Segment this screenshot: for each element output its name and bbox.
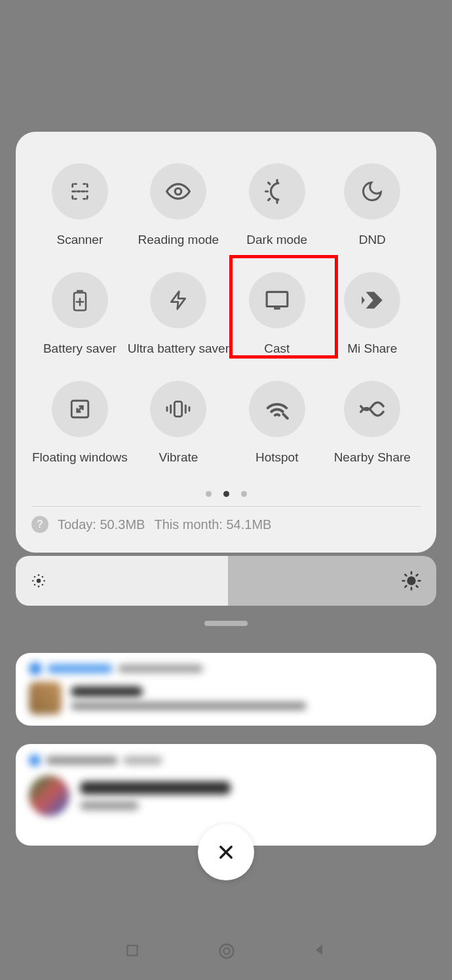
- eye-icon: [150, 163, 206, 220]
- help-icon: ?: [31, 516, 48, 533]
- tile-label: DND: [359, 233, 386, 247]
- tile-dark-mode[interactable]: Dark mode: [229, 158, 325, 267]
- svg-line-5: [268, 199, 269, 200]
- tile-label: Ultra battery saver: [128, 342, 229, 356]
- tile-dnd[interactable]: DND: [324, 158, 420, 267]
- tile-label: Vibrate: [159, 450, 198, 465]
- svg-line-20: [283, 414, 287, 418]
- svg-line-4: [268, 183, 269, 184]
- vibrate-icon: [150, 381, 206, 437]
- data-month: This month: 54.1MB: [154, 517, 271, 532]
- close-icon: [217, 843, 235, 861]
- svg-point-24: [32, 580, 34, 582]
- cast-icon: [249, 272, 305, 328]
- tile-label: Battery saver: [43, 342, 117, 356]
- brightness-fill: [16, 556, 228, 606]
- tile-ultra-battery-saver[interactable]: Ultra battery saver: [128, 267, 229, 376]
- close-button[interactable]: [198, 824, 254, 880]
- svg-rect-15: [175, 402, 182, 417]
- svg-rect-11: [267, 292, 288, 306]
- svg-point-42: [219, 945, 233, 958]
- brightness-high-icon: [401, 570, 422, 591]
- svg-point-28: [34, 584, 36, 586]
- svg-point-23: [38, 585, 40, 587]
- page-dot-active: [223, 491, 229, 497]
- svg-line-35: [405, 575, 407, 576]
- page-dot: [206, 491, 212, 497]
- svg-point-26: [34, 576, 36, 578]
- tile-label: Mi Share: [347, 342, 397, 356]
- svg-line-38: [417, 575, 418, 576]
- svg-point-30: [407, 576, 415, 585]
- drag-handle[interactable]: [204, 621, 248, 626]
- tile-battery-saver[interactable]: Battery saver: [32, 267, 128, 376]
- svg-point-29: [42, 584, 44, 586]
- tile-grid: Scanner Reading mode Dark mode DND Batte: [16, 158, 436, 484]
- svg-point-21: [37, 579, 41, 583]
- quick-settings-panel: Scanner Reading mode Dark mode DND Batte: [16, 132, 436, 553]
- brightness-low-icon: [30, 572, 47, 589]
- tile-label: Cast: [264, 342, 290, 356]
- scanner-icon: [52, 163, 108, 220]
- svg-line-37: [405, 586, 407, 587]
- nav-recents-icon[interactable]: [124, 942, 141, 959]
- svg-line-36: [417, 586, 418, 587]
- brightness-slider[interactable]: [16, 556, 436, 606]
- battery-plus-icon: [52, 272, 108, 328]
- data-usage-row[interactable]: ? Today: 50.3MB This month: 54.1MB: [16, 516, 436, 539]
- tile-label: Hotspot: [255, 450, 298, 465]
- sun-moon-icon: [249, 163, 305, 220]
- nav-home-icon[interactable]: [217, 942, 235, 959]
- svg-marker-10: [172, 292, 185, 309]
- tile-label: Nearby Share: [334, 450, 411, 465]
- notification-card[interactable]: [16, 653, 436, 726]
- tile-nearby-share[interactable]: Nearby Share: [324, 376, 420, 484]
- tile-label: Floating windows: [32, 450, 128, 465]
- tile-floating-windows[interactable]: Floating windows: [32, 376, 128, 484]
- page-dot: [241, 491, 247, 497]
- tile-vibrate[interactable]: Vibrate: [128, 376, 229, 484]
- nearby-share-icon: [344, 381, 400, 437]
- svg-point-22: [38, 574, 40, 576]
- tile-mi-share[interactable]: Mi Share: [324, 267, 420, 376]
- nav-back-icon[interactable]: [311, 942, 328, 959]
- svg-point-0: [176, 188, 182, 195]
- divider: [31, 506, 421, 507]
- navigation-bar: [0, 934, 452, 967]
- tile-reading-mode[interactable]: Reading mode: [128, 158, 229, 267]
- tile-cast[interactable]: Cast: [229, 267, 325, 376]
- svg-rect-41: [127, 945, 137, 955]
- tile-label: Scanner: [56, 233, 103, 247]
- mi-share-icon: [344, 272, 400, 328]
- svg-point-25: [43, 580, 45, 582]
- svg-point-43: [223, 948, 229, 954]
- bolt-icon: [150, 272, 206, 328]
- tile-label: Dark mode: [246, 233, 307, 247]
- hotspot-icon: [249, 381, 305, 437]
- pagination-dots[interactable]: [16, 491, 436, 497]
- data-today: Today: 50.3MB: [58, 517, 145, 532]
- tile-label: Reading mode: [138, 233, 219, 247]
- moon-icon: [344, 163, 400, 220]
- tile-hotspot[interactable]: Hotspot: [229, 376, 325, 484]
- floating-windows-icon: [52, 381, 108, 437]
- svg-point-27: [42, 576, 44, 578]
- tile-scanner[interactable]: Scanner: [32, 158, 128, 267]
